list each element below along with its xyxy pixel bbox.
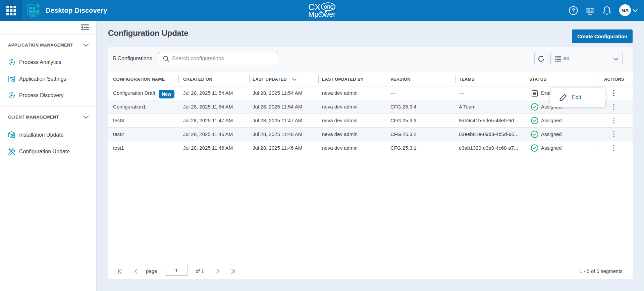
- svg-text:wer: wer: [323, 10, 335, 18]
- svg-text:?: ?: [572, 8, 575, 13]
- svg-text:one: one: [324, 3, 333, 10]
- svg-text:Mp: Mp: [308, 10, 319, 18]
